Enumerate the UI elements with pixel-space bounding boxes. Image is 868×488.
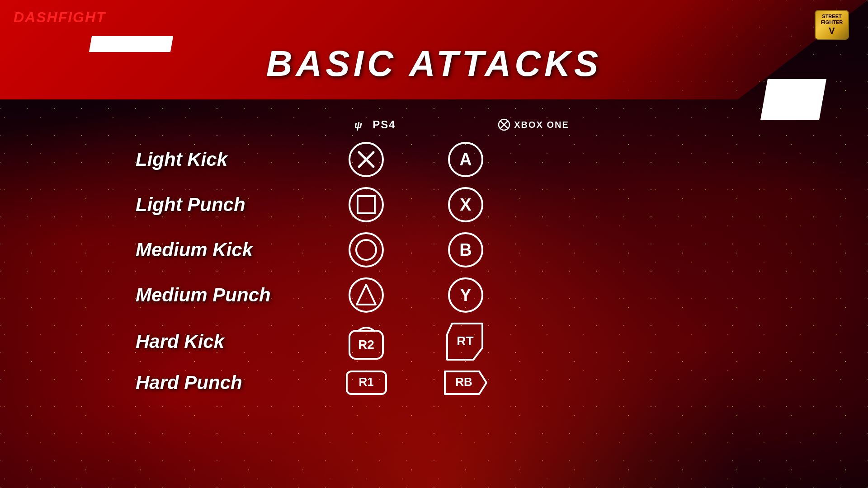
- sfv-badge: STREET FIGHTER V: [815, 10, 849, 40]
- xbox-column-header: XBOX ONE: [484, 118, 583, 131]
- attack-row-light-punch: Light Punch X: [136, 186, 823, 223]
- ps4-btn-medium-punch: [316, 277, 416, 314]
- attack-name-hard-punch: Hard Punch: [136, 372, 316, 394]
- svg-text:B: B: [459, 240, 472, 259]
- ps4-btn-light-punch: [316, 186, 416, 223]
- sfv-text-street: STREET: [821, 14, 843, 19]
- ps4-btn-hard-punch: R1: [316, 370, 416, 396]
- ps4-btn-hard-kick: R2: [316, 322, 416, 361]
- xbox-icon: [498, 118, 510, 131]
- svg-text:Y: Y: [460, 286, 471, 305]
- attack-row-hard-punch: Hard Punch R1 RB: [136, 370, 823, 396]
- attack-name-medium-kick: Medium Kick: [136, 239, 316, 261]
- svg-point-11: [349, 233, 383, 267]
- ps4-triangle-button: [348, 277, 385, 314]
- page-title: BASIC ATTACKS: [0, 43, 868, 84]
- ps4-cross-button: [348, 141, 385, 178]
- column-headers: ψ PS4 XBOX ONE: [136, 117, 823, 132]
- xbox-btn-light-punch: X: [416, 186, 515, 223]
- attack-name-light-kick: Light Kick: [136, 149, 316, 170]
- content-area: ψ PS4 XBOX ONE Light Kick A: [136, 117, 823, 479]
- xbox-rb-button: RB: [443, 370, 488, 396]
- svg-marker-16: [357, 285, 376, 305]
- sfv-text-fighter: FIGHTER: [821, 19, 843, 25]
- attack-name-hard-kick: Hard Kick: [136, 331, 316, 352]
- svg-rect-8: [358, 196, 375, 213]
- xbox-btn-medium-kick: B: [416, 231, 515, 268]
- ps4-r2-button: R2: [346, 322, 387, 361]
- xbox-btn-hard-kick: RT: [416, 322, 515, 361]
- ps4-circle-button: [348, 231, 385, 268]
- xbox-btn-hard-punch: RB: [416, 370, 515, 396]
- ps4-label: PS4: [373, 118, 396, 131]
- svg-text:X: X: [460, 195, 472, 214]
- sfv-logo: STREET FIGHTER V: [809, 7, 854, 43]
- xbox-btn-medium-punch: Y: [416, 277, 515, 314]
- attack-row-medium-punch: Medium Punch Y: [136, 277, 823, 314]
- ps4-btn-medium-kick: [316, 231, 416, 268]
- xbox-rt-button: RT: [445, 322, 486, 361]
- ps4-r1-button: R1: [345, 370, 388, 396]
- svg-text:ψ: ψ: [354, 119, 363, 131]
- svg-point-15: [349, 278, 383, 312]
- attack-row-hard-kick: Hard Kick R2 RT: [136, 322, 823, 361]
- attack-row-medium-kick: Medium Kick B: [136, 231, 823, 268]
- ps4-btn-light-kick: [316, 141, 416, 178]
- deco-rect-right: [760, 79, 826, 120]
- svg-point-7: [349, 188, 383, 221]
- ps-icon: ψ: [354, 117, 369, 132]
- attack-row-light-kick: Light Kick A: [136, 141, 823, 178]
- xbox-btn-light-kick: A: [416, 141, 515, 178]
- dashfight-logo: DASHFIGHT: [14, 9, 106, 26]
- ps4-column-header: ψ PS4: [326, 117, 425, 132]
- xbox-y-button: Y: [447, 277, 484, 314]
- attack-name-medium-punch: Medium Punch: [136, 284, 316, 306]
- svg-point-12: [356, 240, 376, 260]
- svg-text:R2: R2: [358, 338, 374, 352]
- xbox-a-button: A: [447, 141, 484, 178]
- ps4-square-button: [348, 186, 385, 223]
- svg-text:RT: RT: [457, 334, 473, 348]
- xbox-label: XBOX ONE: [514, 120, 569, 130]
- svg-text:A: A: [459, 150, 472, 169]
- sfv-text-v: V: [821, 25, 843, 36]
- svg-text:R1: R1: [359, 375, 373, 389]
- xbox-b-button: B: [447, 231, 484, 268]
- svg-text:RB: RB: [455, 375, 472, 389]
- xbox-x-button: X: [447, 186, 484, 223]
- attack-name-light-punch: Light Punch: [136, 194, 316, 216]
